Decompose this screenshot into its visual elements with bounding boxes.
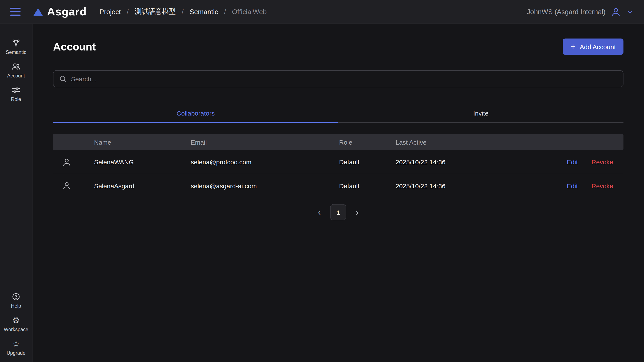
sidebar-item-label: Upgrade	[7, 350, 26, 355]
page-number-button[interactable]: 1	[330, 204, 346, 220]
tab-collaborators[interactable]: Collaborators	[53, 105, 338, 122]
col-email: Email	[191, 138, 339, 146]
sidebar-item-help[interactable]: Help	[0, 289, 32, 312]
avatar-cell	[53, 181, 94, 190]
app-window: Asgard Project / 測試語意模型 / Semantic / Off…	[0, 0, 644, 362]
breadcrumb-project[interactable]: Project	[100, 8, 121, 16]
logo[interactable]: Asgard	[33, 5, 86, 19]
logo-text: Asgard	[47, 5, 86, 19]
sidebar-item-label: Semantic	[6, 50, 26, 55]
help-icon	[12, 292, 20, 301]
topbar-right: JohnWS (Asgard Internal)	[527, 7, 634, 17]
avatar-cell	[53, 157, 94, 167]
sidebar-item-upgrade[interactable]: ☆ Upgrade	[0, 336, 32, 359]
actions-cell: Edit Revoke	[549, 182, 624, 189]
person-icon	[62, 157, 72, 167]
prev-page-icon[interactable]: ‹	[316, 206, 322, 218]
col-role: Role	[339, 138, 396, 146]
breadcrumb-officialweb: OfficialWeb	[232, 8, 266, 16]
page-title: Account	[53, 41, 96, 53]
edit-link[interactable]: Edit	[567, 182, 578, 189]
accounts-table: Name Email Role Last Active SelenaW	[53, 134, 624, 197]
search-box	[53, 70, 624, 87]
body-row: Semantic Account Role	[0, 24, 644, 362]
edit-link[interactable]: Edit	[567, 158, 578, 166]
title-row: Account + Add Account	[53, 39, 624, 55]
cell-name: SelenaAsgard	[94, 182, 191, 189]
revoke-link[interactable]: Revoke	[592, 182, 613, 189]
logo-triangle-icon	[33, 8, 43, 16]
next-page-icon[interactable]: ›	[354, 206, 360, 218]
cell-role: Default	[339, 158, 396, 166]
user-icon[interactable]	[611, 7, 621, 17]
sidebar-bottom: Help ⚙ Workspace ☆ Upgrade	[0, 289, 32, 359]
revoke-link[interactable]: Revoke	[592, 158, 613, 166]
sidebar-item-workspace[interactable]: ⚙ Workspace	[0, 312, 32, 336]
actions-cell: Edit Revoke	[549, 158, 624, 166]
role-icon	[12, 86, 20, 95]
tab-invite[interactable]: Invite	[338, 105, 624, 122]
breadcrumb-separator: /	[182, 8, 184, 16]
menu-icon[interactable]	[8, 6, 22, 18]
topbar: Asgard Project / 測試語意模型 / Semantic / Off…	[0, 0, 644, 24]
search-icon	[59, 75, 67, 83]
cell-role: Default	[339, 182, 396, 189]
add-account-label: Add Account	[580, 43, 616, 50]
cell-name: SelenaWANG	[94, 158, 191, 166]
search-input[interactable]	[71, 75, 618, 82]
breadcrumb-separator: /	[127, 8, 129, 16]
semantic-icon	[12, 39, 20, 48]
cell-email: selena@profcoo.com	[191, 158, 339, 166]
sidebar-item-role[interactable]: Role	[0, 82, 32, 106]
table-row: SelenaAsgard selena@asgard-ai.com Defaul…	[53, 174, 624, 197]
sidebar-item-label: Workspace	[4, 327, 28, 332]
sidebar-item-label: Help	[11, 303, 21, 308]
pagination: ‹ 1 ›	[53, 204, 624, 220]
person-icon	[62, 181, 72, 190]
table-row: SelenaWANG selena@profcoo.com Default 20…	[53, 150, 624, 174]
sidebar-item-label: Role	[11, 97, 21, 102]
table-header: Name Email Role Last Active	[53, 134, 624, 150]
breadcrumb-separator: /	[224, 8, 226, 16]
sidebar-item-label: Account	[7, 73, 25, 78]
plus-icon: +	[570, 42, 575, 51]
cell-email: selena@asgard-ai.com	[191, 182, 339, 189]
tabs: Collaborators Invite	[53, 105, 624, 123]
col-name: Name	[94, 138, 191, 146]
topbar-left: Asgard Project / 測試語意模型 / Semantic / Off…	[8, 5, 266, 19]
gear-icon: ⚙	[12, 316, 20, 325]
chevron-down-icon[interactable]	[626, 8, 634, 16]
sidebar: Semantic Account Role	[0, 24, 32, 362]
cell-last-active: 2025/10/22 14:36	[396, 158, 549, 166]
main-content: Account + Add Account Collaborators Invi…	[32, 24, 644, 362]
breadcrumb: Project / 測試語意模型 / Semantic / OfficialWe…	[100, 7, 266, 16]
user-label: JohnWS (Asgard Internal)	[527, 8, 606, 16]
star-icon: ☆	[12, 339, 20, 348]
add-account-button[interactable]: + Add Account	[563, 39, 624, 55]
breadcrumb-semantic[interactable]: Semantic	[190, 8, 218, 16]
sidebar-item-account[interactable]: Account	[0, 59, 32, 82]
account-icon	[12, 62, 20, 71]
cell-last-active: 2025/10/22 14:36	[396, 182, 549, 189]
sidebar-item-semantic[interactable]: Semantic	[0, 35, 32, 59]
breadcrumb-model[interactable]: 測試語意模型	[135, 7, 176, 16]
col-last-active: Last Active	[396, 138, 549, 146]
